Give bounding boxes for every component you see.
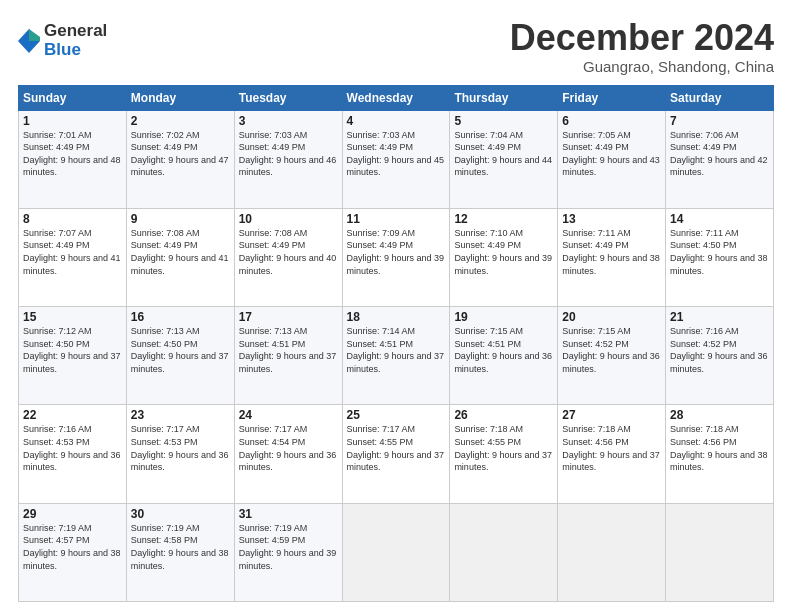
day-info: Sunrise: 7:05 AMSunset: 4:49 PMDaylight:…: [562, 130, 660, 178]
calendar-cell: 22Sunrise: 7:16 AMSunset: 4:53 PMDayligh…: [19, 405, 127, 503]
calendar-cell: 15Sunrise: 7:12 AMSunset: 4:50 PMDayligh…: [19, 307, 127, 405]
day-number: 30: [131, 507, 230, 521]
day-number: 24: [239, 408, 338, 422]
calendar-cell: 13Sunrise: 7:11 AMSunset: 4:49 PMDayligh…: [558, 208, 666, 306]
day-info: Sunrise: 7:09 AMSunset: 4:49 PMDaylight:…: [347, 228, 445, 276]
calendar-header-friday: Friday: [558, 85, 666, 110]
calendar-week-row: 15Sunrise: 7:12 AMSunset: 4:50 PMDayligh…: [19, 307, 774, 405]
day-number: 6: [562, 114, 661, 128]
logo-icon: [18, 27, 40, 55]
day-number: 5: [454, 114, 553, 128]
calendar-cell: 6Sunrise: 7:05 AMSunset: 4:49 PMDaylight…: [558, 110, 666, 208]
logo: General Blue: [18, 22, 107, 59]
calendar-cell: 17Sunrise: 7:13 AMSunset: 4:51 PMDayligh…: [234, 307, 342, 405]
day-number: 4: [347, 114, 446, 128]
calendar-cell: 11Sunrise: 7:09 AMSunset: 4:49 PMDayligh…: [342, 208, 450, 306]
calendar-cell: 21Sunrise: 7:16 AMSunset: 4:52 PMDayligh…: [666, 307, 774, 405]
day-number: 12: [454, 212, 553, 226]
calendar-week-row: 29Sunrise: 7:19 AMSunset: 4:57 PMDayligh…: [19, 503, 774, 601]
day-info: Sunrise: 7:06 AMSunset: 4:49 PMDaylight:…: [670, 130, 768, 178]
calendar-cell: 2Sunrise: 7:02 AMSunset: 4:49 PMDaylight…: [126, 110, 234, 208]
calendar-cell: [342, 503, 450, 601]
calendar-table: SundayMondayTuesdayWednesdayThursdayFrid…: [18, 85, 774, 602]
calendar-cell: 14Sunrise: 7:11 AMSunset: 4:50 PMDayligh…: [666, 208, 774, 306]
calendar-cell: [450, 503, 558, 601]
calendar-cell: [666, 503, 774, 601]
logo-blue-text: Blue: [44, 41, 107, 60]
calendar-cell: 4Sunrise: 7:03 AMSunset: 4:49 PMDaylight…: [342, 110, 450, 208]
day-info: Sunrise: 7:15 AMSunset: 4:52 PMDaylight:…: [562, 326, 660, 374]
day-number: 9: [131, 212, 230, 226]
day-info: Sunrise: 7:18 AMSunset: 4:56 PMDaylight:…: [562, 424, 660, 472]
day-info: Sunrise: 7:08 AMSunset: 4:49 PMDaylight:…: [239, 228, 337, 276]
day-info: Sunrise: 7:12 AMSunset: 4:50 PMDaylight:…: [23, 326, 121, 374]
day-number: 20: [562, 310, 661, 324]
day-number: 7: [670, 114, 769, 128]
calendar-cell: 7Sunrise: 7:06 AMSunset: 4:49 PMDaylight…: [666, 110, 774, 208]
day-number: 31: [239, 507, 338, 521]
calendar-cell: 8Sunrise: 7:07 AMSunset: 4:49 PMDaylight…: [19, 208, 127, 306]
calendar-cell: 25Sunrise: 7:17 AMSunset: 4:55 PMDayligh…: [342, 405, 450, 503]
day-info: Sunrise: 7:17 AMSunset: 4:54 PMDaylight:…: [239, 424, 337, 472]
calendar-cell: [558, 503, 666, 601]
month-title: December 2024: [510, 18, 774, 58]
day-number: 11: [347, 212, 446, 226]
calendar-cell: 24Sunrise: 7:17 AMSunset: 4:54 PMDayligh…: [234, 405, 342, 503]
calendar-cell: 1Sunrise: 7:01 AMSunset: 4:49 PMDaylight…: [19, 110, 127, 208]
calendar-week-row: 1Sunrise: 7:01 AMSunset: 4:49 PMDaylight…: [19, 110, 774, 208]
day-number: 23: [131, 408, 230, 422]
calendar-header-monday: Monday: [126, 85, 234, 110]
day-info: Sunrise: 7:10 AMSunset: 4:49 PMDaylight:…: [454, 228, 552, 276]
day-number: 3: [239, 114, 338, 128]
day-number: 25: [347, 408, 446, 422]
logo-general-text: General: [44, 22, 107, 41]
day-info: Sunrise: 7:17 AMSunset: 4:53 PMDaylight:…: [131, 424, 229, 472]
day-info: Sunrise: 7:01 AMSunset: 4:49 PMDaylight:…: [23, 130, 121, 178]
day-info: Sunrise: 7:18 AMSunset: 4:55 PMDaylight:…: [454, 424, 552, 472]
day-number: 10: [239, 212, 338, 226]
calendar-cell: 31Sunrise: 7:19 AMSunset: 4:59 PMDayligh…: [234, 503, 342, 601]
calendar-header-wednesday: Wednesday: [342, 85, 450, 110]
calendar-cell: 3Sunrise: 7:03 AMSunset: 4:49 PMDaylight…: [234, 110, 342, 208]
day-info: Sunrise: 7:02 AMSunset: 4:49 PMDaylight:…: [131, 130, 229, 178]
calendar-cell: 9Sunrise: 7:08 AMSunset: 4:49 PMDaylight…: [126, 208, 234, 306]
calendar-header-thursday: Thursday: [450, 85, 558, 110]
calendar-cell: 28Sunrise: 7:18 AMSunset: 4:56 PMDayligh…: [666, 405, 774, 503]
day-number: 26: [454, 408, 553, 422]
calendar-cell: 26Sunrise: 7:18 AMSunset: 4:55 PMDayligh…: [450, 405, 558, 503]
day-number: 14: [670, 212, 769, 226]
day-number: 13: [562, 212, 661, 226]
calendar-cell: 30Sunrise: 7:19 AMSunset: 4:58 PMDayligh…: [126, 503, 234, 601]
day-info: Sunrise: 7:18 AMSunset: 4:56 PMDaylight:…: [670, 424, 768, 472]
day-number: 16: [131, 310, 230, 324]
day-number: 1: [23, 114, 122, 128]
calendar-header-tuesday: Tuesday: [234, 85, 342, 110]
calendar-week-row: 8Sunrise: 7:07 AMSunset: 4:49 PMDaylight…: [19, 208, 774, 306]
day-info: Sunrise: 7:08 AMSunset: 4:49 PMDaylight:…: [131, 228, 229, 276]
calendar-header-saturday: Saturday: [666, 85, 774, 110]
day-number: 8: [23, 212, 122, 226]
calendar-cell: 23Sunrise: 7:17 AMSunset: 4:53 PMDayligh…: [126, 405, 234, 503]
day-number: 27: [562, 408, 661, 422]
day-info: Sunrise: 7:11 AMSunset: 4:49 PMDaylight:…: [562, 228, 660, 276]
day-info: Sunrise: 7:19 AMSunset: 4:58 PMDaylight:…: [131, 523, 229, 571]
day-number: 17: [239, 310, 338, 324]
calendar-header-row: SundayMondayTuesdayWednesdayThursdayFrid…: [19, 85, 774, 110]
day-number: 19: [454, 310, 553, 324]
calendar-cell: 18Sunrise: 7:14 AMSunset: 4:51 PMDayligh…: [342, 307, 450, 405]
calendar-week-row: 22Sunrise: 7:16 AMSunset: 4:53 PMDayligh…: [19, 405, 774, 503]
day-info: Sunrise: 7:13 AMSunset: 4:51 PMDaylight:…: [239, 326, 337, 374]
day-info: Sunrise: 7:19 AMSunset: 4:59 PMDaylight:…: [239, 523, 337, 571]
day-info: Sunrise: 7:14 AMSunset: 4:51 PMDaylight:…: [347, 326, 445, 374]
day-number: 22: [23, 408, 122, 422]
day-info: Sunrise: 7:04 AMSunset: 4:49 PMDaylight:…: [454, 130, 552, 178]
day-number: 29: [23, 507, 122, 521]
calendar-header-sunday: Sunday: [19, 85, 127, 110]
day-number: 18: [347, 310, 446, 324]
day-number: 28: [670, 408, 769, 422]
calendar-cell: 27Sunrise: 7:18 AMSunset: 4:56 PMDayligh…: [558, 405, 666, 503]
page: General Blue December 2024 Guangrao, Sha…: [0, 0, 792, 612]
calendar-cell: 20Sunrise: 7:15 AMSunset: 4:52 PMDayligh…: [558, 307, 666, 405]
day-number: 21: [670, 310, 769, 324]
day-number: 2: [131, 114, 230, 128]
